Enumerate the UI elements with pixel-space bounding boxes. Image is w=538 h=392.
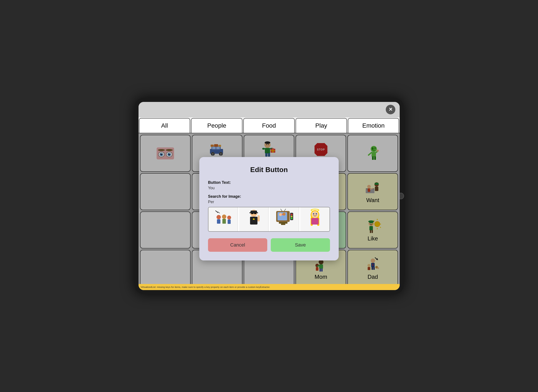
image-result-4[interactable] xyxy=(300,207,330,231)
modal-backdrop: Edit Button Button Text: You Search for … xyxy=(139,133,400,284)
button-text-value: You xyxy=(208,186,330,190)
image-result-3[interactable] xyxy=(270,207,299,231)
svg-point-125 xyxy=(291,214,293,215)
button-text-label: Button Text: xyxy=(208,180,330,185)
tab-people[interactable]: People xyxy=(191,118,243,133)
tab-people-label: People xyxy=(207,122,226,129)
tablet-screen: ✕ All People Food Play Emotion xyxy=(139,102,400,290)
svg-rect-103 xyxy=(222,219,226,224)
tab-emotion[interactable]: Emotion xyxy=(348,118,399,133)
svg-rect-110 xyxy=(251,213,253,214)
svg-point-120 xyxy=(279,213,282,216)
svg-point-126 xyxy=(291,216,293,217)
status-message: VirtualizedList: missing keys for items,… xyxy=(141,286,270,288)
svg-rect-116 xyxy=(258,215,258,218)
cancel-button[interactable]: Cancel xyxy=(208,238,267,252)
svg-point-104 xyxy=(227,216,231,219)
tab-play-label: Play xyxy=(315,122,327,129)
svg-rect-119 xyxy=(277,212,287,220)
svg-point-132 xyxy=(311,211,318,218)
tab-food-label: Food xyxy=(262,122,276,129)
svg-point-133 xyxy=(313,213,314,215)
search-value: Per xyxy=(208,200,330,204)
svg-rect-128 xyxy=(279,222,288,224)
svg-rect-109 xyxy=(249,212,258,213)
svg-point-100 xyxy=(216,215,221,219)
search-label: Search for Image: xyxy=(208,194,330,199)
tablet-frame: ✕ All People Food Play Emotion xyxy=(135,98,404,294)
modal-buttons: Cancel Save xyxy=(208,238,330,252)
svg-line-123 xyxy=(284,209,286,211)
status-bar: VirtualizedList: missing keys for items,… xyxy=(139,284,400,290)
svg-point-102 xyxy=(222,215,226,219)
svg-rect-129 xyxy=(281,224,285,225)
tab-all-label: All xyxy=(161,122,168,129)
modal-title: Edit Button xyxy=(208,166,330,174)
svg-rect-113 xyxy=(250,217,257,224)
svg-rect-117 xyxy=(259,215,260,218)
edit-button-modal: Edit Button Button Text: You Search for … xyxy=(199,157,339,261)
svg-point-127 xyxy=(291,218,293,219)
category-tabs: All People Food Play Emotion xyxy=(139,117,400,133)
tab-food[interactable]: Food xyxy=(243,118,295,133)
tab-emotion-label: Emotion xyxy=(362,122,385,129)
svg-rect-137 xyxy=(311,218,319,224)
close-button[interactable]: ✕ xyxy=(386,105,395,114)
save-button[interactable]: Save xyxy=(271,238,330,252)
top-bar: ✕ xyxy=(139,102,400,117)
tab-play[interactable]: Play xyxy=(295,118,347,133)
svg-point-134 xyxy=(316,213,317,215)
svg-rect-101 xyxy=(217,219,220,224)
image-result-1[interactable] xyxy=(208,207,238,231)
image-result-2[interactable] xyxy=(239,207,269,231)
tab-all[interactable]: All xyxy=(139,118,190,133)
close-icon: ✕ xyxy=(388,107,393,112)
image-results xyxy=(208,207,330,232)
svg-rect-111 xyxy=(254,213,256,214)
svg-point-121 xyxy=(282,213,285,216)
svg-line-122 xyxy=(281,209,282,211)
svg-rect-105 xyxy=(228,219,231,224)
main-area: Things xyxy=(139,133,400,284)
